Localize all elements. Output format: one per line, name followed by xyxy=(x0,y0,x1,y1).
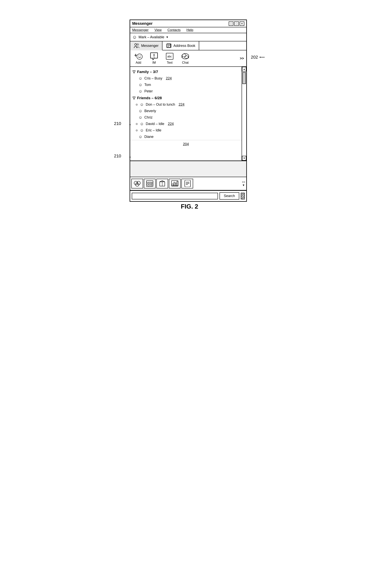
tab-messenger[interactable]: Messenger xyxy=(130,41,162,50)
minimize-button[interactable]: □ xyxy=(229,21,233,26)
tray-more-arrow: ▼ xyxy=(242,184,245,187)
text-button[interactable]: abc Text xyxy=(164,52,175,64)
toolbar-more[interactable]: >> xyxy=(240,57,244,60)
tray-scroll-icon xyxy=(184,180,191,187)
text-label: Text xyxy=(167,61,173,64)
tray-icon-chart[interactable] xyxy=(169,179,181,189)
menu-bar: Messenger View Contacts Help xyxy=(130,27,246,33)
search-button[interactable]: Search xyxy=(220,192,239,200)
svg-marker-49 xyxy=(260,57,260,58)
group-friends[interactable]: ▽ Friends – 6/28 xyxy=(130,94,242,101)
contact-eric-icon: ☺ xyxy=(140,128,144,132)
tray-icon-box[interactable] xyxy=(156,179,168,189)
ref-202-arrow xyxy=(259,55,265,59)
status-dropdown-arrow[interactable]: ▼ xyxy=(166,36,169,39)
svg-rect-42 xyxy=(174,182,175,186)
addressbook-tab-icon xyxy=(166,43,172,48)
scroll-thumb[interactable] xyxy=(242,72,246,84)
resize-handle xyxy=(241,193,245,199)
contact-peter[interactable]: ☺ Peter xyxy=(130,88,242,94)
svg-point-20 xyxy=(185,56,189,59)
scrollbar[interactable]: ▲ ▼ xyxy=(242,67,246,161)
maximize-button[interactable]: □ xyxy=(234,21,239,26)
svg-point-36 xyxy=(152,185,152,186)
status-indicator-david: ⊙ xyxy=(136,122,138,125)
contact-david-icon: ☺ xyxy=(140,122,144,126)
search-input[interactable] xyxy=(132,193,218,199)
group-family-label: Family – 3/7 xyxy=(137,70,158,74)
menu-view[interactable]: View xyxy=(154,28,162,32)
svg-point-15 xyxy=(154,57,154,58)
tab-addressbook-label: Address Book xyxy=(173,44,195,48)
contact-cris[interactable]: ☺ Cris – Busy 224 xyxy=(130,75,242,82)
contact-chriz[interactable]: ☺ Chriz xyxy=(130,114,242,121)
contact-tom[interactable]: ☺ Tom xyxy=(130,82,242,88)
tray-icon-calendar[interactable] xyxy=(144,179,156,189)
svg-point-11 xyxy=(137,54,142,59)
svg-rect-7 xyxy=(170,44,171,45)
contact-peter-icon: ☺ xyxy=(138,89,142,94)
lower-panel-content xyxy=(130,161,246,177)
svg-point-13 xyxy=(140,56,141,56)
group-friends-arrow: ▽ xyxy=(132,96,135,100)
figure-label: FIG. 2 xyxy=(181,203,198,210)
contact-eric[interactable]: ⊙ ☺ Eric – Idle xyxy=(130,127,242,133)
tray-icon-people[interactable] xyxy=(131,179,143,189)
contact-beverly-icon: ☺ xyxy=(138,109,142,113)
group-family[interactable]: ▽ Family – 3/7 xyxy=(130,68,242,75)
add-label: Add xyxy=(136,61,141,64)
svg-point-35 xyxy=(150,185,150,186)
im-icon xyxy=(150,52,158,60)
contact-david[interactable]: ⊙ ☺ David – Idle 224 xyxy=(130,121,242,127)
scroll-down-button[interactable]: ▼ xyxy=(242,156,246,161)
contact-don-name: Don – Out to lunch xyxy=(146,103,175,107)
tray-chart-icon xyxy=(171,180,178,187)
status-smiley-icon: ☺ xyxy=(132,34,137,40)
svg-point-33 xyxy=(152,183,152,184)
tray-icon-scroll[interactable] xyxy=(181,179,193,189)
contact-list-container: ▽ Family – 3/7 ☺ Cris – Busy 224 ☺ Tom xyxy=(130,67,246,161)
tray-more-label: >> xyxy=(242,180,245,184)
svg-point-32 xyxy=(150,183,150,184)
svg-text:abc: abc xyxy=(167,55,172,58)
contact-diane[interactable]: ☺ Diane xyxy=(130,133,242,140)
contact-chriz-name: Chriz xyxy=(144,116,153,119)
menu-contacts[interactable]: Contacts xyxy=(168,28,181,32)
contact-don[interactable]: ⊙ ☺ Don – Out to lunch 224 xyxy=(130,101,242,108)
tray-more[interactable]: >> ▼ xyxy=(242,180,245,187)
add-button[interactable]: Add xyxy=(132,52,144,64)
app-window: Messenger □ □ ✕ Messenger View Contacts … xyxy=(130,19,247,202)
status-indicator-don: ⊙ xyxy=(136,103,138,106)
menu-help[interactable]: Help xyxy=(187,28,193,32)
tray-box-icon xyxy=(158,180,166,187)
contact-beverly[interactable]: ☺ Beverly xyxy=(130,108,242,114)
status-bar: ☺ Mark – Available ▼ xyxy=(130,33,246,41)
contact-cris-name: Cris – Busy xyxy=(144,76,162,80)
contact-diane-name: Diane xyxy=(144,135,154,139)
close-button[interactable]: ✕ xyxy=(240,21,244,26)
tab-addressbook[interactable]: Address Book xyxy=(162,41,199,50)
search-bar: Search xyxy=(130,191,246,201)
contact-list: ▽ Family – 3/7 ☺ Cris – Busy 224 ☺ Tom xyxy=(130,67,242,161)
ref-204: 204 xyxy=(183,142,189,146)
svg-rect-41 xyxy=(172,184,173,186)
messenger-tab-icon xyxy=(134,43,140,48)
scroll-up-button[interactable]: ▲ xyxy=(242,67,246,72)
svg-point-1 xyxy=(137,44,139,45)
window-title: Messenger xyxy=(132,21,153,26)
chat-icon xyxy=(181,52,190,60)
menu-messenger[interactable]: Messenger xyxy=(132,28,149,32)
im-button[interactable]: IM xyxy=(148,52,160,64)
svg-rect-44 xyxy=(177,181,178,186)
toolbar: Add IM abc xyxy=(130,50,246,67)
svg-point-31 xyxy=(147,183,148,184)
contact-tom-icon: ☺ xyxy=(138,83,142,87)
tray-people-icon xyxy=(133,180,141,187)
contact-tom-name: Tom xyxy=(144,83,151,87)
contact-eric-name: Eric – Idle xyxy=(146,128,161,132)
ref-202-label: 202 xyxy=(251,55,258,60)
status-text: Mark – Available xyxy=(139,35,164,39)
contact-cris-icon: ☺ xyxy=(138,76,142,81)
chat-button[interactable]: Chat xyxy=(179,52,191,64)
svg-rect-43 xyxy=(175,183,176,186)
